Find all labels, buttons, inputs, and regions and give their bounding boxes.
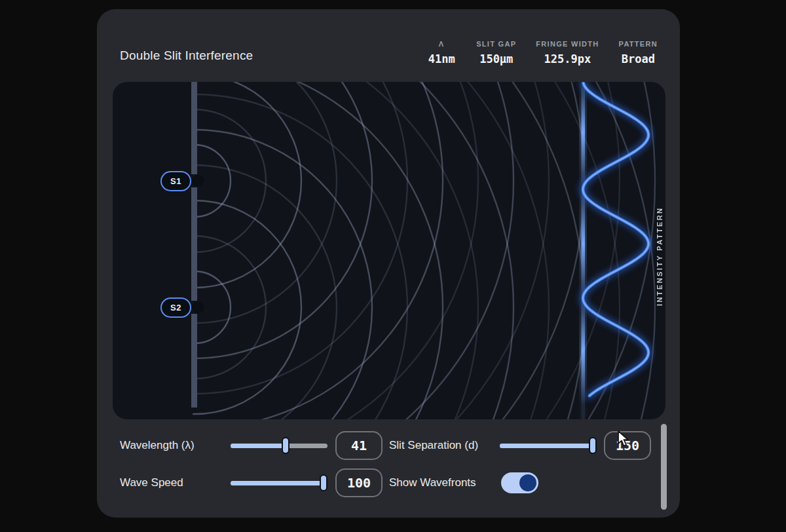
- stat-value: 125.9px: [544, 52, 591, 66]
- slit-label-s2: S2: [160, 297, 191, 318]
- wavelength-slider[interactable]: [231, 437, 328, 454]
- stat-label: FRINGE WIDTH: [536, 40, 599, 48]
- stat-value: 41nm: [428, 52, 455, 66]
- wavefronts-and-intensity-layer: [113, 82, 665, 419]
- wave-speed-label: Wave Speed: [120, 476, 183, 489]
- stat-slit-gap: SLIT GAP 150μm: [476, 40, 516, 66]
- app-card: Double Slit Interference Λ 41nm SLIT GAP…: [97, 9, 680, 518]
- stat-wavelength: Λ 41nm: [426, 40, 457, 66]
- slit-label-s1: S1: [160, 171, 191, 191]
- wavelength-value-box[interactable]: 41: [335, 431, 383, 460]
- slit-s1-text: S1: [170, 176, 181, 186]
- stat-label: Λ: [439, 40, 445, 48]
- show-wavefronts-toggle[interactable]: [501, 472, 538, 493]
- intensity-pattern-label: INTENSITY PATTERN: [656, 195, 664, 306]
- stat-fringe-width: FRINGE WIDTH 125.9px: [536, 40, 599, 66]
- slit-separation-slider[interactable]: [500, 437, 597, 454]
- stat-label: SLIT GAP: [476, 40, 516, 48]
- page-title: Double Slit Interference: [120, 48, 253, 63]
- scrollbar-thumb[interactable]: [661, 424, 667, 510]
- page-background: Double Slit Interference Λ 41nm SLIT GAP…: [0, 0, 786, 532]
- slit-separation-value-box[interactable]: 150: [604, 431, 651, 460]
- stat-value: Broad: [622, 52, 655, 66]
- header-stats: Λ 41nm SLIT GAP 150μm FRINGE WIDTH 125.9…: [426, 40, 658, 66]
- stat-label: PATTERN: [619, 40, 658, 48]
- slider-fill: [231, 481, 328, 485]
- slit-s2-text: S2: [170, 303, 181, 313]
- wavelength-label: Wavelength (λ): [120, 439, 195, 452]
- stat-pattern: PATTERN Broad: [619, 40, 658, 66]
- slider-thumb[interactable]: [282, 437, 290, 454]
- show-wavefronts-label: Show Wavefronts: [389, 476, 476, 489]
- slit-separation-label: Slit Separation (d): [389, 439, 478, 452]
- wave-speed-value-box[interactable]: 100: [335, 468, 383, 497]
- slider-thumb[interactable]: [320, 474, 328, 491]
- slider-fill: [500, 444, 597, 448]
- toggle-knob: [519, 474, 536, 491]
- slider-thumb[interactable]: [589, 437, 597, 454]
- slider-fill: [231, 444, 286, 448]
- simulation-canvas: S1 S2 INTENSITY PATTERN: [113, 82, 665, 419]
- stat-value: 150μm: [479, 52, 513, 66]
- wave-speed-slider[interactable]: [231, 474, 328, 491]
